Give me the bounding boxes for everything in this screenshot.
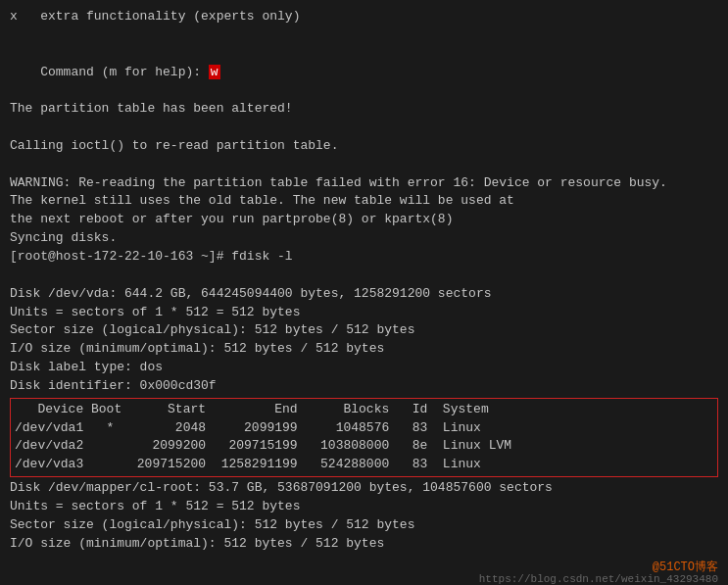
command-prompt-text: Command (m for help): — [40, 65, 209, 79]
io-size2: I/O size (minimum/optimal): 512 bytes / … — [10, 535, 718, 554]
sector-size1: Sector size (logical/physical): 512 byte… — [10, 321, 718, 340]
disk-label-type: Disk label type: dos — [10, 359, 718, 377]
empty-line-4 — [10, 267, 718, 285]
line-extra: x extra functionality (experts only) — [10, 8, 718, 26]
fdisk-command: [root@host-172-22-10-163 ~]# fdisk -l — [10, 248, 718, 267]
partition-altered-msg: The partition table has been altered! — [10, 100, 718, 119]
command-input-w: w — [209, 65, 220, 79]
warning-line2: The kernel still uses the old table. The… — [10, 192, 718, 211]
ioctl-msg: Calling ioctl() to re-read partition tab… — [10, 137, 718, 156]
terminal-window: x extra functionality (experts only) Com… — [0, 0, 728, 585]
disk-identifier: Disk identifier: 0x000cd30f — [10, 377, 718, 396]
empty-line-1 — [10, 26, 718, 45]
units-line1: Units = sectors of 1 * 512 = 512 bytes — [10, 304, 718, 322]
empty-line-3 — [10, 156, 718, 174]
units-line2: Units = sectors of 1 * 512 = 512 bytes — [10, 498, 718, 516]
table-header-row: Device Boot Start End Blocks Id System — [15, 401, 713, 419]
command-prompt-line: Command (m for help): w — [10, 45, 718, 101]
disk-cl-root: Disk /dev/mapper/cl-root: 53.7 GB, 53687… — [10, 479, 718, 498]
empty-line-2 — [10, 119, 718, 137]
io-size1: I/O size (minimum/optimal): 512 bytes / … — [10, 340, 718, 359]
partition-row-vda1: /dev/vda1 * 2048 2099199 1048576 83 Linu… — [15, 419, 713, 438]
warning-line1: WARNING: Re-reading the partition table … — [10, 174, 718, 193]
disk-vda-info: Disk /dev/vda: 644.2 GB, 644245094400 by… — [10, 285, 718, 304]
partition-row-vda3: /dev/vda3 209715200 1258291199 524288000… — [15, 456, 713, 474]
sector-size2: Sector size (logical/physical): 512 byte… — [10, 516, 718, 535]
syncing-disks: Syncing disks. — [10, 229, 718, 248]
watermark-url: https://blog.csdn.net/weixin_43293480 — [479, 573, 718, 585]
partition-row-vda2: /dev/vda2 2099200 209715199 103808000 8e… — [15, 437, 713, 456]
partition-table: Device Boot Start End Blocks Id System /… — [10, 398, 718, 477]
empty-line-5 — [10, 553, 718, 571]
warning-line3: the next reboot or after you run partpro… — [10, 211, 718, 229]
